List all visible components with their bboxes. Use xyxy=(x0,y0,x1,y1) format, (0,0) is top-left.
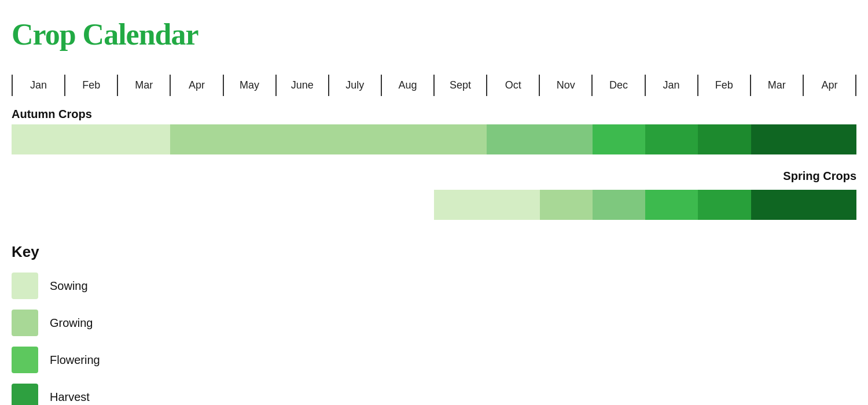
month-cell: Jan xyxy=(646,75,698,96)
month-cell: May xyxy=(224,75,277,96)
calendar-section: JanFebMarAprMayJuneJulyAugSeptOctNovDecJ… xyxy=(12,75,856,220)
month-cell: Dec xyxy=(593,75,645,96)
month-header: JanFebMarAprMayJuneJulyAugSeptOctNovDecJ… xyxy=(12,75,856,96)
spring-segment xyxy=(593,190,645,220)
autumn-segment xyxy=(645,124,698,154)
autumn-crop-label: Autumn Crops xyxy=(12,108,856,121)
month-cell: July xyxy=(329,75,382,96)
key-label: Sowing xyxy=(50,279,88,293)
spring-segment xyxy=(434,190,540,220)
spring-crop-label: Spring Crops xyxy=(783,170,856,183)
month-cell: Nov xyxy=(540,75,593,96)
spring-bar xyxy=(434,190,856,220)
month-cell: Aug xyxy=(382,75,435,96)
autumn-segment xyxy=(12,124,170,154)
key-label: Growing xyxy=(50,316,93,330)
autumn-segment xyxy=(593,124,645,154)
key-swatch xyxy=(12,273,38,299)
key-swatch xyxy=(12,384,38,405)
month-cell: Oct xyxy=(487,75,540,96)
month-cell: Feb xyxy=(65,75,118,96)
month-cell: Sept xyxy=(435,75,487,96)
autumn-segment xyxy=(698,124,751,154)
spring-bar-container xyxy=(12,190,856,220)
key-item: Sowing xyxy=(12,273,856,299)
key-items: SowingGrowingFloweringHarvestShipping st… xyxy=(12,273,856,405)
month-cell: Apr xyxy=(804,75,856,96)
autumn-segment xyxy=(487,124,593,154)
autumn-segment xyxy=(170,124,487,154)
key-item: Flowering xyxy=(12,347,856,373)
month-cell: Mar xyxy=(118,75,171,96)
spring-segment xyxy=(698,190,751,220)
key-section: Key SowingGrowingFloweringHarvestShippin… xyxy=(12,243,856,405)
key-label: Flowering xyxy=(50,354,100,367)
month-cell: Jan xyxy=(13,75,65,96)
key-label: Harvest xyxy=(50,391,90,404)
month-cell: June xyxy=(277,75,329,96)
page-title: Crop Calendar xyxy=(12,17,856,51)
month-cell: Mar xyxy=(751,75,804,96)
key-swatch xyxy=(12,310,38,336)
spring-segment xyxy=(645,190,698,220)
key-item: Harvest xyxy=(12,384,856,405)
spring-crop-section: Spring Crops xyxy=(12,164,856,220)
key-swatch xyxy=(12,347,38,373)
autumn-bar-container xyxy=(12,124,856,154)
autumn-bar xyxy=(12,124,856,154)
spring-segment xyxy=(540,190,593,220)
spring-segment xyxy=(751,190,857,220)
month-cell: Feb xyxy=(698,75,751,96)
key-item: Growing xyxy=(12,310,856,336)
key-title: Key xyxy=(12,243,856,261)
autumn-segment xyxy=(751,124,857,154)
month-cell: Apr xyxy=(171,75,223,96)
autumn-crop-section: Autumn Crops xyxy=(12,108,856,154)
